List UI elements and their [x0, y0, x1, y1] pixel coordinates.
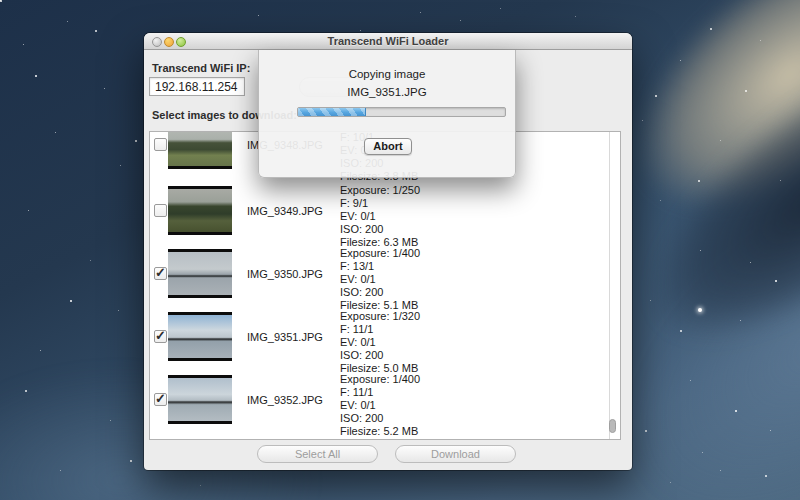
- exif-iso: ISO: 200: [340, 412, 420, 425]
- exif-info: Exposure: 1/400 F: 11/1 EV: 0/1 ISO: 200…: [340, 373, 420, 438]
- list-item[interactable]: IMG_9352.JPG Exposure: 1/400 F: 11/1 EV:…: [150, 375, 605, 438]
- image-thumbnail: [168, 312, 232, 361]
- image-thumbnail: [168, 375, 232, 424]
- abort-button[interactable]: Abort: [364, 138, 412, 155]
- exif-info: Exposure: 1/320 F: 11/1 EV: 0/1 ISO: 200…: [340, 310, 420, 375]
- wallpaper-stars-bright: [0, 0, 2, 2]
- wifi-ip-label: Transcend WiFi IP:: [152, 62, 250, 74]
- wifi-ip-input[interactable]: [149, 77, 245, 96]
- app-window: Transcend WiFi Loader Transcend WiFi IP:…: [144, 33, 632, 470]
- window-title: Transcend WiFi Loader: [144, 35, 632, 47]
- exif-filesize: Filesize: 5.2 MB: [340, 425, 420, 438]
- exif-ev: EV: 0/1: [340, 273, 420, 286]
- scrollbar-thumb[interactable]: [609, 419, 616, 433]
- exif-f: F: 11/1: [340, 323, 420, 336]
- exif-f: F: 9/1: [340, 197, 420, 210]
- list-item[interactable]: IMG_9351.JPG Exposure: 1/320 F: 11/1 EV:…: [150, 312, 605, 375]
- exif-f: F: 11/1: [340, 386, 420, 399]
- image-filename: IMG_9351.JPG: [247, 331, 323, 343]
- exif-iso: ISO: 200: [340, 286, 420, 299]
- exif-exposure: Exposure: 1/320: [340, 310, 420, 323]
- image-thumbnail: [168, 131, 232, 169]
- image-thumbnail: [168, 249, 232, 298]
- copy-progress-dialog: Copying image IMG_9351.JPG Abort: [258, 50, 516, 178]
- dialog-title: Copying image: [259, 68, 515, 80]
- image-filename: IMG_9349.JPG: [247, 205, 323, 217]
- select-all-button[interactable]: Select All: [257, 445, 378, 463]
- exif-exposure: Exposure: 1/250: [340, 184, 420, 197]
- image-filename: IMG_9352.JPG: [247, 394, 323, 406]
- list-item[interactable]: IMG_9349.JPG Exposure: 1/250 F: 9/1 EV: …: [150, 186, 605, 249]
- exif-exposure: Exposure: 1/400: [340, 373, 420, 386]
- image-checkbox[interactable]: [154, 267, 167, 280]
- exif-iso: ISO: 200: [340, 349, 420, 362]
- image-thumbnail: [168, 186, 232, 235]
- list-item[interactable]: IMG_9350.JPG Exposure: 1/400 F: 13/1 EV:…: [150, 249, 605, 312]
- dialog-filename: IMG_9351.JPG: [259, 86, 515, 98]
- download-button[interactable]: Download: [395, 445, 516, 463]
- wallpaper-star-large: [698, 308, 702, 312]
- image-checkbox[interactable]: [154, 204, 167, 217]
- image-filename: IMG_9350.JPG: [247, 268, 323, 280]
- progress-bar: [297, 107, 506, 117]
- exif-ev: EV: 0/1: [340, 336, 420, 349]
- exif-info: Exposure: 1/250 F: 9/1 EV: 0/1 ISO: 200 …: [340, 184, 420, 249]
- exif-iso: ISO: 200: [340, 223, 420, 236]
- progress-bar-fill: [298, 108, 366, 116]
- scrollbar-track: [609, 132, 610, 439]
- exif-ev: EV: 0/1: [340, 210, 420, 223]
- title-bar: Transcend WiFi Loader: [144, 33, 632, 50]
- image-checkbox[interactable]: [154, 330, 167, 343]
- exif-ev: EV: 0/1: [340, 399, 420, 412]
- exif-info: Exposure: 1/400 F: 13/1 EV: 0/1 ISO: 200…: [340, 247, 420, 312]
- image-checkbox[interactable]: [154, 393, 167, 406]
- image-checkbox[interactable]: [154, 138, 167, 151]
- exif-exposure: Exposure: 1/400: [340, 247, 420, 260]
- exif-f: F: 13/1: [340, 260, 420, 273]
